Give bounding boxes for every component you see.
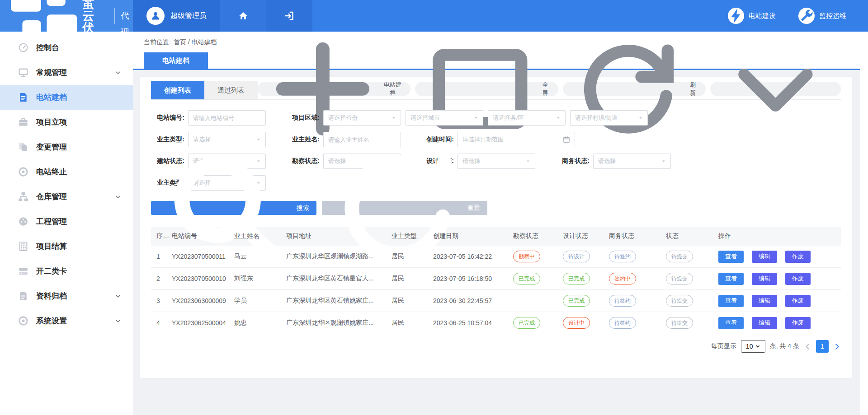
city-select[interactable]: 请选择城市 [406,110,483,126]
void-button[interactable]: 作废 [785,251,811,263]
status-badge: 已完成 [513,317,540,329]
chevron-down-icon [115,293,121,299]
status-badge: 待提交 [666,317,693,329]
main-content: 当前位置: 首页 / 电站建档 电站建档 创建列表 通过列表 电站建档 全屏 [133,32,860,415]
sidebar-item-project-setup[interactable]: 项目立项 [0,110,133,135]
business-status-label: 商务状态: [556,157,590,165]
wrench-icon [798,8,815,24]
sidebar-item-system-settings[interactable]: 系统设置 [0,308,133,333]
sidebar-item-type2-card[interactable]: 开二类卡 [0,259,133,284]
page-size-select[interactable]: 10 [741,340,765,353]
station-code-input[interactable] [188,110,266,126]
tab-create-list[interactable]: 创建列表 [151,81,204,99]
content-card: 创建列表 通过列表 电站建档 全屏 刷新 [140,77,852,378]
sidebar-item-console[interactable]: 控制台 [0,35,133,60]
calendar-icon [563,136,570,143]
status-badge: 待提交 [666,273,693,284]
breadcrumb-label: 当前位置: [144,38,171,47]
next-page-button[interactable] [833,343,841,350]
filter-actions: 搜索 重置 [151,201,841,215]
refresh-button[interactable]: 刷新 [563,82,706,96]
edit-button[interactable]: 编辑 [752,317,777,329]
view-button[interactable]: 查看 [718,251,744,263]
edit-button[interactable]: 编辑 [752,273,777,285]
sidebar-item-general-mgmt[interactable]: 常规管理 [0,60,133,85]
caret-down-icon [474,116,478,120]
monitor-icon [18,67,28,78]
user-menu[interactable]: 超级管理员 [133,0,220,32]
region-label: 项目区域: [286,114,320,122]
chevron-down-icon [115,318,121,324]
nav-label: 电站建设 [749,12,776,20]
status-badge: 待签约 [609,295,636,307]
void-button[interactable]: 作废 [785,295,811,307]
sidebar-item-data-archive[interactable]: 资料归档 [0,284,133,308]
prev-page-button[interactable] [804,343,811,350]
sidebar: 控制台 常规管理 电站建档 项目立项 变更管理 电站终止 仓库管理 [0,32,133,415]
view-button[interactable]: 查看 [718,317,744,329]
status-badge: 待签约 [609,317,636,329]
fullscreen-button[interactable]: 全屏 [415,82,558,96]
status-badge: 待提交 [666,251,693,262]
list-tabs-row: 创建列表 通过列表 电站建档 全屏 刷新 [151,81,841,100]
home-icon [238,11,248,21]
card-toolbar: 电站建档 全屏 刷新 [258,82,841,99]
page-1-button[interactable]: 1 [816,340,829,353]
avatar [146,7,165,25]
fullscreen-icon [423,32,537,146]
county-select[interactable]: 请选择县/区 [488,110,566,126]
nav-monitor-ops[interactable]: 监控运维 [798,8,846,24]
logo-area: 破茧云伏 Po Jian Yun Fu 代理端 [0,0,133,32]
per-page-label: 每页显示 [711,342,736,350]
sidebar-item-station-archive[interactable]: 电站建档 [0,85,133,110]
province-select[interactable]: 请选择省份 [323,110,401,126]
meter-icon [18,216,28,227]
scrollbar-track[interactable] [860,32,868,415]
caret-down-icon [661,159,666,163]
chevron-down-icon [755,344,760,349]
user-name: 超级管理员 [170,11,207,21]
reset-button[interactable]: 重置 [322,201,487,215]
top-bar: 破茧云伏 Po Jian Yun Fu 代理端 超级管理员 电站建设 监控运维 [0,0,868,32]
top-nav: 电站建设 监控运维 [312,0,868,32]
chevron-left-icon [804,343,811,350]
view-button[interactable]: 查看 [718,273,744,285]
sidebar-item-station-terminate[interactable]: 电站终止 [0,159,133,184]
briefcase-icon [18,117,28,127]
pagination: 每页显示 10 条, 共 4 条 1 [151,340,841,353]
sitemap-icon [18,191,28,202]
date-range-input[interactable]: 请选择日期范围 [458,132,575,147]
station-code-label: 电站编号: [151,114,184,122]
edit-button[interactable]: 编辑 [752,251,777,263]
void-button[interactable]: 作废 [785,273,811,285]
void-button[interactable]: 作废 [785,317,811,329]
sidebar-item-settlement[interactable]: 项目结算 [0,234,133,259]
archive-icon [18,291,28,301]
portal-label: 代理端 [114,8,133,24]
home-button[interactable] [220,0,266,32]
edit-button[interactable]: 编辑 [752,295,777,307]
lightning-icon [728,8,744,24]
status-badge: 签约中 [609,273,636,284]
caret-down-icon [392,116,396,120]
tab-passed-list[interactable]: 通过列表 [204,81,258,99]
user-icon [150,10,161,21]
nav-label: 监控运维 [819,12,846,20]
document-icon [18,92,28,103]
business-status-select[interactable]: 请选择 [593,154,671,169]
add-station-button[interactable]: 电站建档 [258,82,410,96]
view-button[interactable]: 查看 [718,295,744,307]
town-select[interactable]: 请选择村镇/街道 [570,110,648,126]
nav-station-build[interactable]: 电站建设 [728,8,776,24]
sidebar-item-engineering[interactable]: 工程管理 [0,209,133,234]
caret-down-icon [526,159,530,163]
page-tab-station-archive[interactable]: 电站建档 [144,52,208,69]
sidebar-item-change-mgmt[interactable]: 变更管理 [0,135,133,159]
search-button[interactable]: 搜索 [151,201,316,215]
design-status-select[interactable]: 请选择 [458,154,535,169]
collapse-toolbar-button[interactable] [710,82,841,96]
sidebar-item-warehouse[interactable]: 仓库管理 [0,184,133,209]
refresh-icon [571,32,685,146]
chevron-right-icon [833,343,841,350]
logout-button[interactable] [266,0,312,32]
